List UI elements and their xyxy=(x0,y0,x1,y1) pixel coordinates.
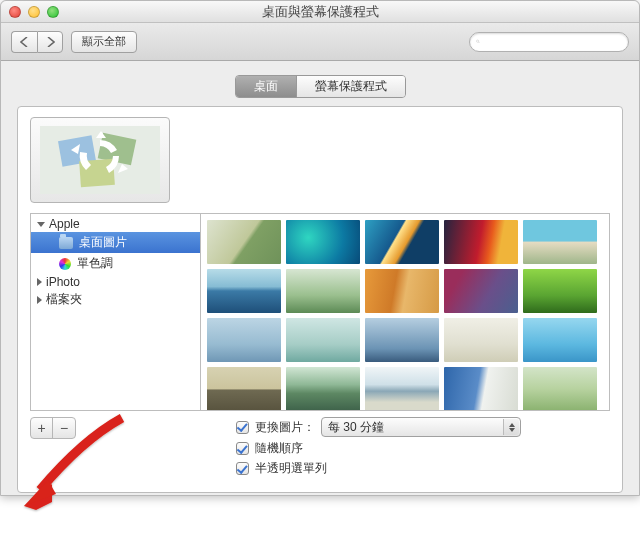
prefpane-window: 桌面與螢幕保護程式 顯示全部 桌面 螢幕保護程式 xyxy=(0,0,640,496)
sidebar-item-desktop-pictures[interactable]: 桌面圖片 xyxy=(31,232,200,253)
sidebar-group-apple[interactable]: Apple xyxy=(31,216,200,232)
minus-icon: − xyxy=(60,420,68,436)
random-order-checkbox[interactable] xyxy=(236,442,249,455)
svg-point-0 xyxy=(477,40,479,42)
translucent-menubar-checkbox[interactable] xyxy=(236,462,249,475)
add-remove-group: + − xyxy=(30,417,76,439)
recycle-icon xyxy=(40,126,160,194)
wallpaper-thumb[interactable] xyxy=(365,367,439,411)
wallpaper-thumb[interactable] xyxy=(444,220,518,264)
wallpaper-thumb[interactable] xyxy=(286,318,360,362)
disclosure-triangle-icon xyxy=(37,278,42,286)
tab-screensaver-label: 螢幕保護程式 xyxy=(315,79,387,93)
wallpaper-thumb[interactable] xyxy=(444,367,518,411)
disclosure-triangle-icon xyxy=(37,296,42,304)
bottom-row: + − 更換圖片： 每 30 分鐘 xyxy=(30,417,610,480)
wallpaper-thumb[interactable] xyxy=(207,269,281,313)
minimize-button[interactable] xyxy=(28,6,40,18)
wallpaper-thumb[interactable] xyxy=(365,220,439,264)
wallpaper-thumb[interactable] xyxy=(207,318,281,362)
option-random-order: 隨機順序 xyxy=(236,440,521,457)
popup-arrows-icon xyxy=(503,419,519,435)
wallpaper-thumb[interactable] xyxy=(365,318,439,362)
wallpaper-thumb[interactable] xyxy=(207,367,281,411)
search-field[interactable] xyxy=(469,32,629,52)
sidebar-group-folders[interactable]: 檔案夾 xyxy=(31,290,200,309)
svg-line-1 xyxy=(479,42,480,43)
wallpaper-thumb[interactable] xyxy=(523,367,597,411)
sidebar-group-label: Apple xyxy=(49,217,80,231)
toolbar: 顯示全部 xyxy=(1,23,639,61)
sidebar-group-label: 檔案夾 xyxy=(46,291,82,308)
show-all-button[interactable]: 顯示全部 xyxy=(71,31,137,53)
zoom-button[interactable] xyxy=(47,6,59,18)
option-change-picture: 更換圖片： 每 30 分鐘 xyxy=(236,417,521,437)
random-order-label: 隨機順序 xyxy=(255,440,303,457)
window-title: 桌面與螢幕保護程式 xyxy=(1,3,639,21)
sidebar-item-label: 桌面圖片 xyxy=(79,234,127,251)
chevron-left-icon xyxy=(20,37,29,47)
wallpaper-thumb[interactable] xyxy=(286,269,360,313)
content-body: 桌面 螢幕保護程式 xyxy=(1,61,639,495)
folder-icon xyxy=(59,237,73,249)
wallpaper-thumb[interactable] xyxy=(523,318,597,362)
wallpaper-thumb[interactable] xyxy=(523,269,597,313)
plus-icon: + xyxy=(37,420,45,436)
search-input[interactable] xyxy=(484,36,622,48)
close-button[interactable] xyxy=(9,6,21,18)
remove-folder-button[interactable]: − xyxy=(53,418,75,438)
option-translucent-menubar: 半透明選單列 xyxy=(236,460,521,477)
translucent-menubar-label: 半透明選單列 xyxy=(255,460,327,477)
source-sidebar: Apple 桌面圖片 單色調 iPhoto xyxy=(30,213,200,411)
forward-button[interactable] xyxy=(37,31,63,53)
change-picture-label: 更換圖片： xyxy=(255,419,315,436)
wallpaper-thumb[interactable] xyxy=(444,269,518,313)
thumbnail-grid xyxy=(207,220,603,411)
wallpaper-thumb[interactable] xyxy=(523,220,597,264)
tab-desktop[interactable]: 桌面 xyxy=(236,76,297,97)
titlebar: 桌面與螢幕保護程式 xyxy=(1,1,639,23)
disclosure-triangle-icon xyxy=(37,222,45,227)
wallpaper-thumb[interactable] xyxy=(444,318,518,362)
preview-row xyxy=(30,117,610,203)
thumbnail-grid-container xyxy=(200,213,610,411)
tab-screensaver[interactable]: 螢幕保護程式 xyxy=(297,76,405,97)
wallpaper-thumb[interactable] xyxy=(365,269,439,313)
interval-value: 每 30 分鐘 xyxy=(328,419,384,436)
chevron-right-icon xyxy=(46,37,55,47)
desktop-preview-well[interactable] xyxy=(30,117,170,203)
split-view: Apple 桌面圖片 單色調 iPhoto xyxy=(30,213,610,411)
sidebar-group-iphoto[interactable]: iPhoto xyxy=(31,274,200,290)
sidebar-group-label: iPhoto xyxy=(46,275,80,289)
show-all-label: 顯示全部 xyxy=(82,34,126,49)
window-controls xyxy=(9,6,59,18)
sidebar-item-label: 單色調 xyxy=(77,255,113,272)
change-picture-checkbox[interactable] xyxy=(236,421,249,434)
wallpaper-thumb[interactable] xyxy=(207,220,281,264)
nav-buttons xyxy=(11,31,63,53)
desktop-preview-image xyxy=(40,126,160,194)
sidebar-item-solid-colors[interactable]: 單色調 xyxy=(31,253,200,274)
search-icon xyxy=(476,36,480,47)
panel: Apple 桌面圖片 單色調 iPhoto xyxy=(17,106,623,493)
tab-desktop-label: 桌面 xyxy=(254,79,278,93)
interval-popup[interactable]: 每 30 分鐘 xyxy=(321,417,521,437)
add-folder-button[interactable]: + xyxy=(31,418,53,438)
wallpaper-thumb[interactable] xyxy=(286,220,360,264)
color-wheel-icon xyxy=(59,258,71,270)
back-button[interactable] xyxy=(11,31,37,53)
wallpaper-thumb[interactable] xyxy=(286,367,360,411)
options-group: 更換圖片： 每 30 分鐘 隨機順序 xyxy=(236,417,521,480)
segmented-tabs: 桌面 螢幕保護程式 xyxy=(17,75,623,98)
